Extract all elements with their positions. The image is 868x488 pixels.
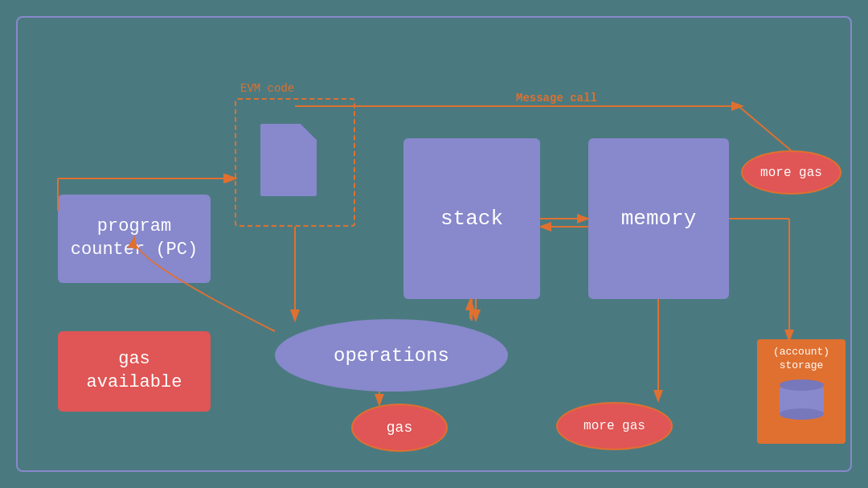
cylinder-bottom: [780, 408, 824, 420]
stack-label: stack: [440, 207, 503, 231]
main-container: program counter (PC) gas available EVM c…: [16, 16, 852, 472]
more-gas-top-label: more gas: [760, 166, 822, 180]
gas-available-label: gas available: [87, 348, 182, 394]
doc-fold: [301, 124, 317, 140]
memory-box: memory: [588, 138, 729, 299]
more-gas-right-ellipse: more gas: [556, 402, 673, 450]
gas-available-box: gas available: [58, 331, 211, 412]
message-call-label: Message call: [516, 92, 597, 105]
cylinder-top: [780, 379, 824, 391]
operations-ellipse: operations: [275, 319, 508, 392]
cylinder-icon: [777, 379, 825, 420]
svg-line-10: [739, 106, 791, 150]
program-counter-label: program counter (PC): [71, 215, 198, 261]
more-gas-right-label: more gas: [583, 419, 645, 433]
gas-label: gas: [387, 420, 412, 436]
account-storage-label: (account) storage: [773, 346, 829, 373]
memory-label: memory: [621, 207, 697, 231]
gas-ellipse: gas: [351, 404, 448, 452]
evm-code-label: EVM code: [240, 82, 294, 95]
operations-label: operations: [334, 345, 449, 367]
more-gas-top-ellipse: more gas: [741, 150, 841, 195]
evm-code-box: EVM code: [235, 98, 355, 227]
stack-box: stack: [403, 138, 540, 299]
program-counter-box: program counter (PC): [58, 195, 211, 283]
document-icon: [260, 124, 317, 196]
account-storage-box: (account) storage: [757, 339, 845, 444]
